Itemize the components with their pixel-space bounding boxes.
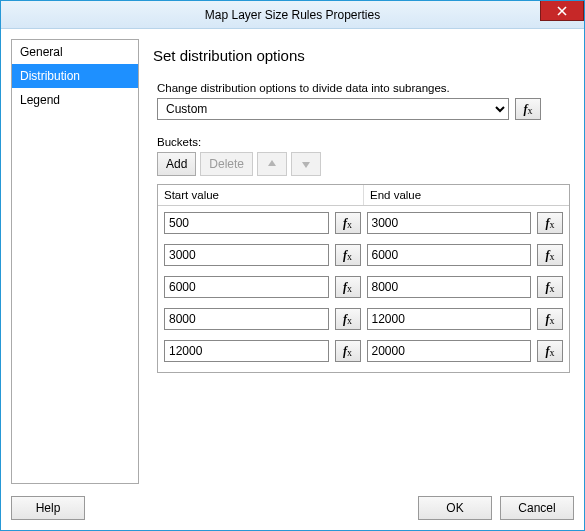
- end-value-input[interactable]: [367, 308, 532, 330]
- table-row: fxfx: [164, 244, 563, 266]
- table-row: fxfx: [164, 212, 563, 234]
- col-start-value: Start value: [158, 185, 364, 205]
- titlebar: Map Layer Size Rules Properties: [1, 1, 584, 29]
- end-expression-button[interactable]: fx: [537, 308, 563, 330]
- help-button[interactable]: Help: [11, 496, 85, 520]
- arrow-down-icon: [301, 159, 311, 169]
- move-up-button: [257, 152, 287, 176]
- table-body: fxfxfxfxfxfxfxfxfxfx: [158, 206, 569, 372]
- start-cell: fx: [164, 308, 361, 330]
- distribution-expression-button[interactable]: fx: [515, 98, 541, 120]
- end-value-input[interactable]: [367, 212, 532, 234]
- end-cell: fx: [367, 212, 564, 234]
- end-cell: fx: [367, 308, 564, 330]
- end-expression-button[interactable]: fx: [537, 276, 563, 298]
- sidebar-item-legend[interactable]: Legend: [12, 88, 138, 112]
- end-expression-button[interactable]: fx: [537, 340, 563, 362]
- distribution-select[interactable]: Custom: [157, 98, 509, 120]
- start-expression-button[interactable]: fx: [335, 212, 361, 234]
- end-value-input[interactable]: [367, 244, 532, 266]
- distribution-section: Change distribution options to divide da…: [151, 82, 570, 373]
- end-cell: fx: [367, 276, 564, 298]
- end-cell: fx: [367, 244, 564, 266]
- col-end-value: End value: [364, 185, 569, 205]
- start-value-input[interactable]: [164, 340, 329, 362]
- close-icon: [557, 6, 567, 16]
- start-expression-button[interactable]: fx: [335, 276, 361, 298]
- body: General Distribution Legend Set distribu…: [1, 29, 584, 490]
- start-value-input[interactable]: [164, 244, 329, 266]
- arrow-up-icon: [267, 159, 277, 169]
- distribution-description: Change distribution options to divide da…: [157, 82, 570, 94]
- start-cell: fx: [164, 276, 361, 298]
- start-cell: fx: [164, 244, 361, 266]
- move-down-button: [291, 152, 321, 176]
- end-value-input[interactable]: [367, 276, 532, 298]
- sidebar: General Distribution Legend: [11, 39, 139, 484]
- table-header: Start value End value: [158, 185, 569, 206]
- sidebar-item-distribution[interactable]: Distribution: [12, 64, 138, 88]
- delete-button: Delete: [200, 152, 253, 176]
- buckets-label: Buckets:: [157, 136, 570, 148]
- end-value-input[interactable]: [367, 340, 532, 362]
- footer: Help OK Cancel: [1, 490, 584, 530]
- sidebar-item-general[interactable]: General: [12, 40, 138, 64]
- end-expression-button[interactable]: fx: [537, 244, 563, 266]
- end-cell: fx: [367, 340, 564, 362]
- ok-button[interactable]: OK: [418, 496, 492, 520]
- dialog-window: Map Layer Size Rules Properties General …: [0, 0, 585, 531]
- start-cell: fx: [164, 212, 361, 234]
- table-row: fxfx: [164, 276, 563, 298]
- page-heading: Set distribution options: [153, 47, 570, 64]
- end-expression-button[interactable]: fx: [537, 212, 563, 234]
- start-value-input[interactable]: [164, 212, 329, 234]
- table-row: fxfx: [164, 340, 563, 362]
- start-value-input[interactable]: [164, 276, 329, 298]
- buckets-toolbar: Add Delete: [157, 152, 570, 176]
- cancel-button[interactable]: Cancel: [500, 496, 574, 520]
- start-expression-button[interactable]: fx: [335, 244, 361, 266]
- start-cell: fx: [164, 340, 361, 362]
- add-button[interactable]: Add: [157, 152, 196, 176]
- main-panel: Set distribution options Change distribu…: [147, 39, 574, 484]
- window-title: Map Layer Size Rules Properties: [1, 8, 584, 22]
- start-value-input[interactable]: [164, 308, 329, 330]
- start-expression-button[interactable]: fx: [335, 340, 361, 362]
- close-button[interactable]: [540, 1, 584, 21]
- start-expression-button[interactable]: fx: [335, 308, 361, 330]
- table-row: fxfx: [164, 308, 563, 330]
- buckets-table: Start value End value fxfxfxfxfxfxfxfxfx…: [157, 184, 570, 373]
